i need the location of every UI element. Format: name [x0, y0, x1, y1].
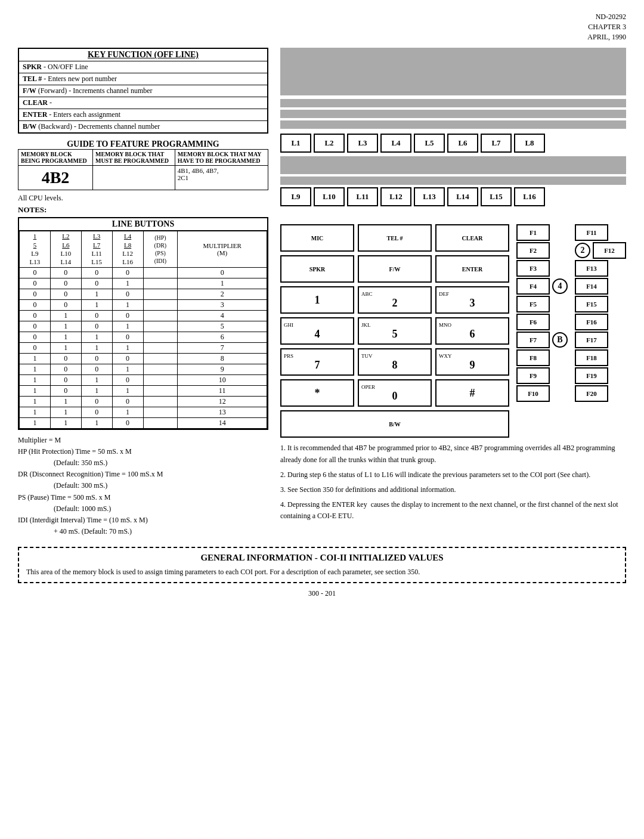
key-star[interactable]: *	[280, 379, 354, 407]
key-1[interactable]: 1	[280, 286, 354, 314]
key-8[interactable]: TUV 8	[358, 348, 432, 376]
key-function-title: KEY FUNCTION (OFF LINE)	[19, 49, 267, 61]
table-row: 111014	[20, 417, 267, 428]
l7-button[interactable]: L7	[481, 134, 512, 153]
l8-button[interactable]: L8	[514, 134, 545, 153]
clear-key[interactable]: CLEAR	[435, 224, 509, 252]
table-row: 110012	[20, 396, 267, 407]
f18-key[interactable]: F18	[575, 349, 608, 366]
l1-button[interactable]: L1	[280, 134, 311, 153]
note-2: 2. During step 6 the status of L1 to L16…	[280, 469, 626, 481]
key-9[interactable]: WXY 9	[435, 348, 509, 376]
spkr-key[interactable]: SPKR	[280, 255, 354, 283]
guide-col2-value	[92, 166, 175, 190]
l3-button[interactable]: L3	[347, 134, 378, 153]
enter-key[interactable]: ENTER	[435, 255, 509, 283]
table-row: 101010	[20, 374, 267, 385]
page-header: ND-20292 CHAPTER 3 APRIL, 1990	[18, 12, 626, 42]
key-function-item-3: F/W (Forward) - Increments channel numbe…	[19, 85, 267, 97]
line-buttons-container: LINE BUTTONS 15L9L13 L2L6L10L14 L3L7L11L…	[18, 217, 268, 429]
fw-key[interactable]: F/W	[358, 255, 432, 283]
f4-key[interactable]: F4	[516, 278, 550, 295]
l14-button[interactable]: L14	[447, 187, 478, 206]
l-buttons-row1: L1 L2 L3 L4 L5 L6 L7 L8	[280, 134, 626, 153]
guide-big-value: 4B2	[18, 166, 93, 190]
l13-button[interactable]: L13	[414, 187, 445, 206]
table-row: 00113	[20, 299, 267, 310]
f19-key[interactable]: F19	[575, 367, 608, 384]
l12-button[interactable]: L12	[380, 187, 411, 206]
table-row: 01004	[20, 310, 267, 321]
table-row: 10008	[20, 353, 267, 364]
l11-button[interactable]: L11	[347, 187, 378, 206]
table-row: 01117	[20, 342, 267, 353]
f16-key[interactable]: F16	[575, 314, 608, 330]
key-7[interactable]: PRS 7	[280, 348, 354, 376]
key-6[interactable]: MNO 6	[435, 317, 509, 345]
table-row: 10019	[20, 364, 267, 374]
f11-key[interactable]: F11	[575, 224, 608, 241]
l2-button[interactable]: L2	[314, 134, 345, 153]
table-row: 01015	[20, 321, 267, 332]
general-info-text: This area of the memory block is used to…	[26, 566, 618, 577]
f17-key[interactable]: F17	[575, 332, 608, 348]
f2-key[interactable]: F2	[516, 242, 550, 259]
general-info-title: GENERAL INFORMATION - COI-II INITIALIZED…	[26, 553, 618, 563]
f7-row: F7 B	[516, 332, 568, 348]
lb-col3-header: L3L7L11L15	[81, 231, 112, 267]
key-hash[interactable]: #	[435, 379, 509, 407]
table-row: 01106	[20, 332, 267, 342]
f7-key[interactable]: F7	[516, 332, 550, 348]
f14-key[interactable]: F14	[575, 278, 608, 295]
l4-button[interactable]: L4	[380, 134, 411, 153]
guide-right-values: 4B1, 4B6, 4B7,2C1	[175, 166, 268, 190]
f-left-col: F1 F2 F3 F4 4 F5 F6 F7 B F8 F9 F10	[516, 224, 568, 402]
circle-2: 2	[575, 243, 590, 258]
guide-title: GUIDE TO FEATURE PROGRAMMING	[18, 140, 268, 149]
gray-display-block	[280, 48, 626, 95]
l16-button[interactable]: L16	[514, 187, 545, 206]
table-row: 101111	[20, 385, 267, 396]
f1-key[interactable]: F1	[516, 224, 550, 241]
lb-col1-header: 15L9L13	[20, 231, 51, 267]
general-info-box: GENERAL INFORMATION - COI-II INITIALIZED…	[18, 547, 626, 583]
f5-key[interactable]: F5	[516, 296, 550, 312]
bw-key[interactable]: B/W	[280, 410, 509, 438]
f9-key[interactable]: F9	[516, 367, 550, 384]
tel-key[interactable]: TEL #	[358, 224, 432, 252]
keypad-section: MIC TEL # CLEAR SPKR F/W	[280, 224, 626, 438]
f20-key[interactable]: F20	[575, 385, 608, 402]
key-5[interactable]: JKL 5	[358, 317, 432, 345]
main-keypad: MIC TEL # CLEAR SPKR F/W	[280, 224, 509, 438]
l15-button[interactable]: L15	[481, 187, 512, 206]
f10-key[interactable]: F10	[516, 385, 550, 402]
f8-key[interactable]: F8	[516, 349, 550, 366]
f15-key[interactable]: F15	[575, 296, 608, 312]
l-buttons-row2: L9 L10 L11 L12 L13 L14 L15 L16	[280, 187, 626, 206]
f12-key[interactable]: F12	[593, 242, 626, 259]
key-4[interactable]: GHI 4	[280, 317, 354, 345]
f12-row: 2 F12	[575, 242, 626, 259]
l6-button[interactable]: L6	[447, 134, 478, 153]
l9-button[interactable]: L9	[280, 187, 311, 206]
key-3[interactable]: DEF 3	[435, 286, 509, 314]
guide-col2-header: MEMORY BLOCK THATMUST BE PROGRAMMED	[92, 150, 175, 166]
guide-table: MEMORY BLOCKBEING PROGRAMMED MEMORY BLOC…	[18, 149, 268, 190]
l10-button[interactable]: L10	[314, 187, 345, 206]
f2-row: F2	[516, 242, 568, 259]
l5-button[interactable]: L5	[414, 134, 445, 153]
mic-key[interactable]: MIC	[280, 224, 354, 252]
circle-4: 4	[552, 278, 568, 294]
kp-row3: 1 ABC 2 DEF 3	[280, 286, 509, 314]
gray-mid-block3	[280, 120, 626, 129]
f6-key[interactable]: F6	[516, 314, 550, 330]
page-number: 300 - 201	[18, 589, 626, 598]
kp-row6: * OPER 0 #	[280, 379, 509, 407]
f3-key[interactable]: F3	[516, 260, 550, 277]
f13-key[interactable]: F13	[575, 260, 608, 277]
key-2[interactable]: ABC 2	[358, 286, 432, 314]
table-row: 110113	[20, 407, 267, 417]
kp-row2: SPKR F/W ENTER	[280, 255, 509, 283]
key-0[interactable]: OPER 0	[358, 379, 432, 407]
lb-col2-header: L2L6L10L14	[50, 231, 81, 267]
